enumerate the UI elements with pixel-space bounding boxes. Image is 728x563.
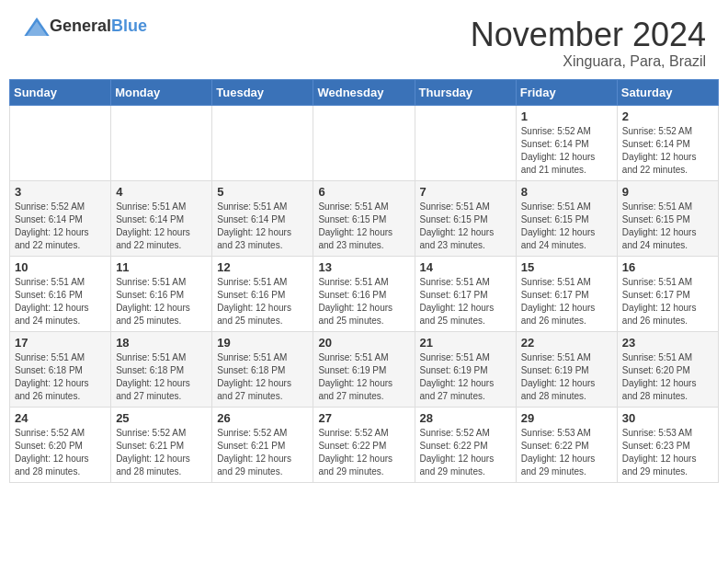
calendar-cell bbox=[313, 105, 415, 180]
calendar-cell: 24Sunrise: 5:52 AM Sunset: 6:20 PM Dayli… bbox=[10, 407, 111, 482]
day-number: 15 bbox=[521, 260, 612, 274]
day-info: Sunrise: 5:53 AM Sunset: 6:22 PM Dayligh… bbox=[521, 427, 612, 478]
day-info: Sunrise: 5:52 AM Sunset: 6:21 PM Dayligh… bbox=[116, 427, 207, 478]
day-number: 28 bbox=[420, 411, 511, 425]
day-info: Sunrise: 5:51 AM Sunset: 6:16 PM Dayligh… bbox=[217, 276, 308, 327]
calendar-week-2: 3Sunrise: 5:52 AM Sunset: 6:14 PM Daylig… bbox=[10, 180, 719, 256]
calendar-header-row: SundayMondayTuesdayWednesdayThursdayFrid… bbox=[10, 79, 719, 105]
calendar-cell: 20Sunrise: 5:51 AM Sunset: 6:19 PM Dayli… bbox=[313, 331, 415, 407]
calendar-header-tuesday: Tuesday bbox=[212, 79, 313, 105]
page-container: GeneralBlue November 2024 Xinguara, Para… bbox=[0, 0, 728, 483]
calendar-cell: 6Sunrise: 5:51 AM Sunset: 6:15 PM Daylig… bbox=[313, 180, 415, 256]
day-info: Sunrise: 5:52 AM Sunset: 6:14 PM Dayligh… bbox=[521, 125, 612, 177]
day-number: 3 bbox=[15, 185, 106, 199]
day-info: Sunrise: 5:51 AM Sunset: 6:19 PM Dayligh… bbox=[521, 351, 612, 403]
day-number: 27 bbox=[318, 411, 409, 425]
header: GeneralBlue November 2024 Xinguara, Para… bbox=[0, 0, 728, 79]
title-block: November 2024 Xinguara, Para, Brazil bbox=[471, 17, 706, 70]
calendar-cell: 10Sunrise: 5:51 AM Sunset: 6:16 PM Dayli… bbox=[10, 256, 111, 331]
day-number: 22 bbox=[521, 336, 612, 350]
day-number: 23 bbox=[622, 336, 713, 350]
day-number: 8 bbox=[521, 185, 612, 199]
day-number: 1 bbox=[521, 109, 612, 123]
day-info: Sunrise: 5:51 AM Sunset: 6:17 PM Dayligh… bbox=[622, 276, 713, 327]
day-number: 18 bbox=[116, 336, 207, 350]
day-info: Sunrise: 5:51 AM Sunset: 6:17 PM Dayligh… bbox=[420, 276, 511, 327]
day-number: 16 bbox=[622, 260, 713, 274]
day-number: 25 bbox=[116, 411, 207, 425]
calendar-cell: 26Sunrise: 5:52 AM Sunset: 6:21 PM Dayli… bbox=[212, 407, 313, 482]
calendar-table: SundayMondayTuesdayWednesdayThursdayFrid… bbox=[9, 79, 719, 483]
calendar-cell: 16Sunrise: 5:51 AM Sunset: 6:17 PM Dayli… bbox=[617, 256, 718, 331]
calendar-header-monday: Monday bbox=[111, 79, 212, 105]
calendar-cell: 28Sunrise: 5:52 AM Sunset: 6:22 PM Dayli… bbox=[415, 407, 516, 482]
calendar-cell: 18Sunrise: 5:51 AM Sunset: 6:18 PM Dayli… bbox=[111, 331, 212, 407]
day-info: Sunrise: 5:52 AM Sunset: 6:22 PM Dayligh… bbox=[420, 427, 511, 478]
day-info: Sunrise: 5:52 AM Sunset: 6:14 PM Dayligh… bbox=[622, 125, 713, 177]
day-info: Sunrise: 5:51 AM Sunset: 6:18 PM Dayligh… bbox=[217, 351, 308, 403]
calendar-week-4: 17Sunrise: 5:51 AM Sunset: 6:18 PM Dayli… bbox=[10, 331, 719, 407]
month-title: November 2024 bbox=[471, 17, 706, 53]
calendar-header-friday: Friday bbox=[516, 79, 617, 105]
day-number: 6 bbox=[318, 185, 409, 199]
calendar-week-5: 24Sunrise: 5:52 AM Sunset: 6:20 PM Dayli… bbox=[10, 407, 719, 482]
calendar-cell bbox=[212, 105, 313, 180]
calendar-cell: 29Sunrise: 5:53 AM Sunset: 6:22 PM Dayli… bbox=[516, 407, 617, 482]
day-number: 30 bbox=[622, 411, 713, 425]
calendar-cell: 15Sunrise: 5:51 AM Sunset: 6:17 PM Dayli… bbox=[516, 256, 617, 331]
day-info: Sunrise: 5:52 AM Sunset: 6:22 PM Dayligh… bbox=[318, 427, 409, 478]
day-number: 24 bbox=[15, 411, 106, 425]
calendar-cell bbox=[10, 105, 111, 180]
calendar-cell: 9Sunrise: 5:51 AM Sunset: 6:15 PM Daylig… bbox=[617, 180, 718, 256]
day-info: Sunrise: 5:51 AM Sunset: 6:16 PM Dayligh… bbox=[318, 276, 409, 327]
calendar-cell: 25Sunrise: 5:52 AM Sunset: 6:21 PM Dayli… bbox=[111, 407, 212, 482]
calendar-week-3: 10Sunrise: 5:51 AM Sunset: 6:16 PM Dayli… bbox=[10, 256, 719, 331]
day-number: 11 bbox=[116, 260, 207, 274]
day-number: 26 bbox=[217, 411, 308, 425]
day-info: Sunrise: 5:51 AM Sunset: 6:18 PM Dayligh… bbox=[15, 351, 106, 403]
day-info: Sunrise: 5:51 AM Sunset: 6:16 PM Dayligh… bbox=[15, 276, 106, 327]
day-info: Sunrise: 5:51 AM Sunset: 6:14 PM Dayligh… bbox=[217, 201, 308, 252]
day-info: Sunrise: 5:51 AM Sunset: 6:19 PM Dayligh… bbox=[318, 351, 409, 403]
calendar-header-thursday: Thursday bbox=[415, 79, 516, 105]
calendar-cell: 4Sunrise: 5:51 AM Sunset: 6:14 PM Daylig… bbox=[111, 180, 212, 256]
day-number: 9 bbox=[622, 185, 713, 199]
calendar-week-1: 1Sunrise: 5:52 AM Sunset: 6:14 PM Daylig… bbox=[10, 105, 719, 180]
day-number: 12 bbox=[217, 260, 308, 274]
calendar-cell: 13Sunrise: 5:51 AM Sunset: 6:16 PM Dayli… bbox=[313, 256, 415, 331]
calendar-cell: 11Sunrise: 5:51 AM Sunset: 6:16 PM Dayli… bbox=[111, 256, 212, 331]
day-info: Sunrise: 5:51 AM Sunset: 6:16 PM Dayligh… bbox=[116, 276, 207, 327]
day-info: Sunrise: 5:51 AM Sunset: 6:20 PM Dayligh… bbox=[622, 351, 713, 403]
calendar-cell: 8Sunrise: 5:51 AM Sunset: 6:15 PM Daylig… bbox=[516, 180, 617, 256]
day-number: 5 bbox=[217, 185, 308, 199]
calendar-cell: 2Sunrise: 5:52 AM Sunset: 6:14 PM Daylig… bbox=[617, 105, 718, 180]
calendar-cell: 17Sunrise: 5:51 AM Sunset: 6:18 PM Dayli… bbox=[10, 331, 111, 407]
day-info: Sunrise: 5:51 AM Sunset: 6:15 PM Dayligh… bbox=[622, 201, 713, 252]
logo-blue: Blue bbox=[111, 17, 147, 35]
calendar-cell bbox=[415, 105, 516, 180]
day-number: 14 bbox=[420, 260, 511, 274]
logo: GeneralBlue bbox=[22, 17, 147, 36]
logo-icon bbox=[24, 17, 50, 36]
calendar-cell: 19Sunrise: 5:51 AM Sunset: 6:18 PM Dayli… bbox=[212, 331, 313, 407]
day-info: Sunrise: 5:52 AM Sunset: 6:20 PM Dayligh… bbox=[15, 427, 106, 478]
day-info: Sunrise: 5:52 AM Sunset: 6:21 PM Dayligh… bbox=[217, 427, 308, 478]
day-info: Sunrise: 5:51 AM Sunset: 6:15 PM Dayligh… bbox=[318, 201, 409, 252]
calendar-cell: 27Sunrise: 5:52 AM Sunset: 6:22 PM Dayli… bbox=[313, 407, 415, 482]
day-info: Sunrise: 5:51 AM Sunset: 6:17 PM Dayligh… bbox=[521, 276, 612, 327]
day-number: 7 bbox=[420, 185, 511, 199]
calendar-cell: 7Sunrise: 5:51 AM Sunset: 6:15 PM Daylig… bbox=[415, 180, 516, 256]
calendar-cell: 5Sunrise: 5:51 AM Sunset: 6:14 PM Daylig… bbox=[212, 180, 313, 256]
day-info: Sunrise: 5:52 AM Sunset: 6:14 PM Dayligh… bbox=[15, 201, 106, 252]
day-number: 29 bbox=[521, 411, 612, 425]
day-number: 13 bbox=[318, 260, 409, 274]
day-number: 20 bbox=[318, 336, 409, 350]
calendar-header-saturday: Saturday bbox=[617, 79, 718, 105]
day-info: Sunrise: 5:51 AM Sunset: 6:19 PM Dayligh… bbox=[420, 351, 511, 403]
calendar-cell: 12Sunrise: 5:51 AM Sunset: 6:16 PM Dayli… bbox=[212, 256, 313, 331]
calendar-cell: 21Sunrise: 5:51 AM Sunset: 6:19 PM Dayli… bbox=[415, 331, 516, 407]
calendar-cell bbox=[111, 105, 212, 180]
calendar-cell: 22Sunrise: 5:51 AM Sunset: 6:19 PM Dayli… bbox=[516, 331, 617, 407]
day-info: Sunrise: 5:51 AM Sunset: 6:14 PM Dayligh… bbox=[116, 201, 207, 252]
day-number: 19 bbox=[217, 336, 308, 350]
